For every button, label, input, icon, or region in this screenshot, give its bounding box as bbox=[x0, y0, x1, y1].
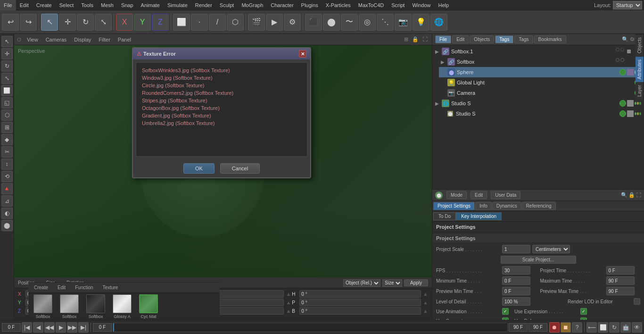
left-tool2[interactable]: ◱ bbox=[1, 97, 13, 109]
dialog-cancel-btn[interactable]: Cancel bbox=[220, 163, 260, 174]
left-tool9[interactable]: 🔺 bbox=[1, 183, 13, 194]
select-tool-btn[interactable]: ↖ bbox=[41, 14, 58, 31]
menu-xparticles[interactable]: X-Particles bbox=[322, 0, 355, 10]
error-item-7[interactable]: Umbrella2.jpg (Softbox Texture) bbox=[140, 119, 303, 127]
obj-sphere[interactable]: ⬤ Sphere bbox=[439, 67, 643, 77]
render-settings-btn[interactable]: ⚙ bbox=[284, 14, 301, 31]
menu-render[interactable]: Render bbox=[191, 0, 216, 10]
tl-auto-btn[interactable]: 🤖 bbox=[620, 322, 631, 333]
tl-record-btn[interactable]: ⏺ bbox=[549, 322, 560, 333]
render-lod-checkbox[interactable] bbox=[634, 298, 640, 305]
viewport-snap-btn[interactable]: ⊞ bbox=[403, 36, 410, 42]
redo-btn[interactable]: ↪ bbox=[20, 14, 37, 31]
studio-sub-tag[interactable] bbox=[627, 110, 634, 117]
material-item-0[interactable]: Softbox bbox=[31, 294, 55, 319]
size-b-spinup[interactable]: ▲ bbox=[286, 308, 291, 314]
attr-lock-icon[interactable]: 🔒 bbox=[628, 192, 635, 198]
tl-curve-btn[interactable]: ↻ bbox=[609, 322, 619, 333]
max-time-input[interactable] bbox=[606, 276, 635, 285]
studio-tag[interactable] bbox=[627, 100, 634, 107]
tl-pos-btn[interactable]: ⟵ bbox=[586, 322, 597, 333]
edit-tab-obj[interactable]: Edit bbox=[452, 35, 469, 43]
project-scale-input[interactable] bbox=[502, 245, 530, 253]
tl-goto-start[interactable]: |◀ bbox=[22, 322, 32, 333]
obj-studio-s-sub[interactable]: ⬤ Studio S bbox=[439, 109, 643, 119]
left-tool11[interactable]: ◐ bbox=[1, 208, 13, 219]
viewport-fullscreen-btn[interactable]: ⛶ bbox=[421, 36, 429, 42]
dialog-ok-btn[interactable]: OK bbox=[183, 163, 215, 174]
objects-tab2[interactable]: Objects bbox=[470, 35, 494, 43]
apply-button[interactable]: Apply bbox=[404, 279, 428, 286]
obj-studio-s[interactable]: ▶ 🌐 Studio S bbox=[433, 98, 643, 109]
undo-btn[interactable]: ↩ bbox=[2, 14, 19, 31]
transform-mode-select[interactable]: Object (Rel.) bbox=[343, 279, 380, 287]
camera-btn2[interactable]: 📷 bbox=[395, 14, 412, 31]
obj-softbox[interactable]: ▶ 🔗 Softbox bbox=[439, 57, 643, 67]
obj-softbox-dot[interactable] bbox=[625, 58, 633, 66]
menu-file[interactable]: File bbox=[0, 0, 16, 10]
timeline-max-input[interactable] bbox=[528, 323, 547, 332]
tags-tab[interactable]: Tags bbox=[495, 35, 513, 43]
rot-h-spinup[interactable]: ▲ bbox=[423, 291, 428, 297]
tl-help-btn[interactable]: ? bbox=[572, 322, 582, 333]
attr-search-icon[interactable]: 🔍 bbox=[621, 192, 627, 198]
timeline-playhead[interactable] bbox=[113, 323, 114, 332]
tl-next-frame[interactable]: ▶▶ bbox=[67, 322, 77, 333]
object-mode-btn[interactable]: ⬜ bbox=[173, 14, 190, 31]
right-label-attributes[interactable]: Attributes bbox=[636, 56, 644, 82]
menu-window[interactable]: Window bbox=[408, 0, 434, 10]
mat-edit-btn[interactable]: Edit bbox=[55, 285, 68, 290]
panel-tab[interactable]: Panel bbox=[116, 37, 133, 42]
left-tool4[interactable]: ⊞ bbox=[1, 122, 13, 133]
attr-subtab-key-interp[interactable]: Key Interpolation bbox=[456, 212, 502, 220]
spline-btn[interactable]: 〜 bbox=[341, 14, 358, 31]
use-animation-checkbox[interactable]: ✓ bbox=[502, 308, 509, 315]
error-item-2[interactable]: Circle.jpg (Softbox Texture) bbox=[140, 82, 303, 89]
obj-search-icon[interactable]: 🔍 bbox=[622, 36, 628, 42]
error-item-5[interactable]: OctagonBox.jpg (Softbox Texture) bbox=[140, 104, 303, 112]
mat-function-btn[interactable]: Function bbox=[72, 285, 96, 290]
render-view-btn[interactable]: ▶ bbox=[266, 14, 283, 31]
objects-tab[interactable]: File bbox=[435, 35, 451, 43]
timeline-start-input[interactable] bbox=[2, 323, 21, 332]
tl-box-btn[interactable]: ⬜ bbox=[598, 322, 608, 333]
mat-texture-btn[interactable]: Texture bbox=[100, 285, 121, 290]
left-tool12[interactable]: ⬤ bbox=[1, 220, 13, 231]
rot-b-spinup[interactable]: ▲ bbox=[423, 308, 428, 314]
poly-mode-btn[interactable]: ⬡ bbox=[227, 14, 244, 31]
viewport-lock-btn[interactable]: 🔒 bbox=[411, 36, 420, 42]
layout-select[interactable]: Startup bbox=[613, 1, 642, 9]
left-move-btn[interactable]: ✛ bbox=[1, 48, 13, 59]
rotate-tool-btn[interactable]: ↻ bbox=[77, 14, 94, 31]
left-tool10[interactable]: ⊿ bbox=[1, 195, 13, 207]
material-item-2[interactable]: Softbox bbox=[84, 294, 107, 319]
size-p-spinup[interactable]: ▲ bbox=[286, 300, 291, 305]
project-time-input[interactable] bbox=[606, 266, 635, 275]
y-axis-btn[interactable]: Y bbox=[134, 14, 151, 31]
right-label-objects[interactable]: Objects bbox=[636, 34, 644, 56]
obj-softbox1[interactable]: ▶ 🔗 Softbox.1 bbox=[433, 46, 643, 57]
left-scale-btn[interactable]: ⤡ bbox=[1, 73, 13, 84]
attr-tab-info[interactable]: Info bbox=[475, 202, 492, 210]
menu-sculpt[interactable]: Sculpt bbox=[216, 0, 238, 10]
use-expression-checkbox[interactable]: ✓ bbox=[580, 308, 587, 315]
menu-tools[interactable]: Tools bbox=[77, 0, 97, 10]
tl-play-back[interactable]: ◀◀ bbox=[44, 322, 55, 333]
menu-script[interactable]: Script bbox=[388, 0, 408, 10]
attr-tab-referencing[interactable]: Referencing bbox=[522, 202, 556, 210]
nurbs-btn[interactable]: ◎ bbox=[359, 14, 376, 31]
size-mode-select[interactable]: Size bbox=[382, 279, 402, 287]
left-select-btn[interactable]: ↖ bbox=[1, 36, 13, 47]
size-h-spinup[interactable]: ▲ bbox=[286, 291, 291, 297]
sphere-btn2[interactable]: ⬤ bbox=[323, 14, 340, 31]
filter-tab[interactable]: Filter bbox=[97, 37, 112, 42]
mat-create-btn[interactable]: Create bbox=[31, 285, 51, 290]
attr-mode-btn[interactable]: Mode bbox=[446, 191, 467, 199]
sphere-tag[interactable] bbox=[627, 69, 634, 75]
attr-subtab-todo[interactable]: To Do bbox=[433, 212, 456, 220]
material-item-4[interactable]: Cyc Mat bbox=[137, 294, 160, 319]
move-tool-btn[interactable]: ✛ bbox=[59, 14, 76, 31]
error-item-1[interactable]: Window3.jpg (Softbox Texture) bbox=[140, 74, 303, 82]
obj-camera[interactable]: 📷 Camera bbox=[439, 88, 643, 98]
obj-softbox1-dot-btn[interactable] bbox=[625, 48, 633, 55]
